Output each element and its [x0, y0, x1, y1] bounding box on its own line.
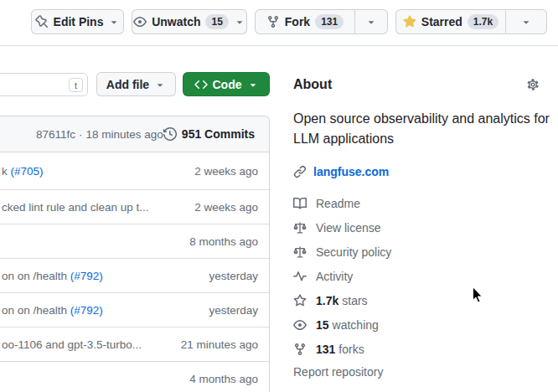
star-dropdown-button[interactable]	[505, 9, 547, 34]
latest-commit-link[interactable]: 87611fc · 18 minutes ago	[36, 128, 163, 141]
unwatch-label: Unwatch	[152, 15, 200, 28]
commit-message[interactable]: oo-1106 and gpt-3.5-turbo...	[2, 338, 142, 351]
eye-icon	[293, 318, 307, 332]
file-row[interactable]: 4 months ago	[0, 362, 269, 392]
chevron-down-icon	[154, 79, 166, 90]
fork-label: Fork	[285, 15, 310, 28]
starred-label: Starred	[421, 15, 462, 28]
about-title: About	[293, 77, 332, 92]
about-links: Readme View license Security policy Acti…	[293, 191, 550, 361]
repo-action-bar: Edit Pins Unwatch 15 Fork 131 Starred 1.…	[0, 0, 558, 46]
law-icon	[293, 245, 307, 259]
fork-icon	[293, 343, 307, 356]
chevron-down-icon	[108, 16, 120, 28]
keyboard-shortcut-hint: t	[69, 78, 83, 92]
about-sidebar: About Open source observability and anal…	[293, 70, 550, 379]
add-file-label: Add file	[106, 78, 149, 91]
edit-pins-button[interactable]: Edit Pins	[31, 9, 124, 34]
commit-age: 4 months ago	[189, 373, 258, 385]
commit-time: 18 minutes ago	[86, 128, 163, 141]
eye-icon	[133, 15, 147, 28]
star-button-group: Starred 1.7k	[395, 9, 547, 34]
file-row[interactable]: on on /health (#792) yesterday	[0, 293, 269, 328]
stars-link[interactable]: 1.7k stars	[293, 288, 550, 312]
pin-icon	[35, 15, 49, 28]
website-link[interactable]: langfuse.com	[313, 165, 389, 178]
fork-dropdown-button[interactable]	[354, 9, 388, 34]
law-icon	[293, 221, 307, 235]
pr-link[interactable]: (#792)	[70, 304, 103, 317]
commit-message[interactable]: cked lint rule and clean up t...	[2, 201, 149, 214]
starred-button[interactable]: Starred 1.7k	[395, 9, 505, 34]
unwatch-button[interactable]: Unwatch 15	[132, 9, 247, 34]
chevron-down-icon	[234, 16, 245, 28]
history-icon	[163, 127, 177, 141]
watching-link[interactable]: 15 watching	[293, 312, 550, 337]
code-icon	[194, 78, 208, 91]
commits-count-label: 951 Commits	[182, 127, 255, 141]
file-tree-table: 87611fc · 18 minutes ago 951 Commits k (…	[0, 116, 270, 392]
stars-count-badge: 1.7k	[468, 14, 499, 29]
repo-description: Open source observability and analytics …	[293, 109, 550, 149]
commit-hash[interactable]: 87611fc	[36, 128, 75, 141]
watchers-count-badge: 15	[205, 14, 228, 29]
link-icon	[293, 165, 307, 178]
forks-count-badge: 131	[315, 14, 344, 29]
gear-icon[interactable]	[526, 78, 540, 91]
report-repository-link[interactable]: Report repository	[293, 365, 550, 379]
file-row[interactable]: k (#705) 2 weeks ago	[0, 152, 269, 190]
website-row[interactable]: langfuse.com	[293, 165, 550, 178]
stars-count: 1.7k	[316, 294, 338, 307]
commit-history-link[interactable]: 951 Commits	[163, 127, 255, 141]
book-icon	[293, 197, 307, 210]
latest-commit-bar: 87611fc · 18 minutes ago 951 Commits	[0, 116, 269, 152]
commit-age: 2 weeks ago	[194, 201, 258, 214]
security-policy-link[interactable]: Security policy	[293, 240, 550, 264]
commit-age: 8 months ago	[189, 235, 258, 248]
pulse-icon	[293, 270, 307, 283]
code-button[interactable]: Code	[183, 72, 270, 96]
chevron-down-icon	[365, 16, 377, 28]
fork-icon	[266, 15, 280, 28]
file-row[interactable]: oo-1106 and gpt-3.5-turbo... 21 minutes …	[0, 328, 269, 362]
commit-separator: ·	[79, 128, 83, 141]
file-row[interactable]: on on /health (#792) yesterday	[0, 259, 269, 293]
chevron-down-icon	[520, 16, 532, 28]
file-row[interactable]: cked lint rule and clean up t... 2 weeks…	[0, 190, 269, 224]
fork-button[interactable]: Fork 131	[255, 9, 354, 34]
forks-count: 131	[316, 343, 335, 356]
file-row[interactable]: 8 months ago	[0, 224, 269, 259]
commit-message[interactable]: k (#705)	[2, 165, 44, 178]
code-label: Code	[213, 78, 242, 91]
pr-link[interactable]: (#705)	[11, 165, 44, 178]
commit-message[interactable]: on on /health (#792)	[2, 270, 103, 282]
edit-pins-label: Edit Pins	[54, 15, 104, 28]
license-link[interactable]: View license	[293, 215, 550, 240]
star-filled-icon	[403, 15, 416, 28]
commit-message[interactable]: on on /health (#792)	[2, 304, 103, 317]
add-file-button[interactable]: Add file	[96, 72, 176, 96]
star-icon	[293, 294, 307, 307]
fork-button-group: Fork 131	[255, 9, 388, 34]
commit-age: 21 minutes ago	[181, 338, 258, 351]
commit-age: 2 weeks ago	[194, 165, 258, 178]
chevron-down-icon	[247, 79, 259, 90]
pr-link[interactable]: (#792)	[70, 270, 103, 282]
forks-link[interactable]: 131 forks	[293, 337, 550, 361]
commit-age: yesterday	[209, 270, 258, 282]
commit-age: yesterday	[209, 304, 258, 317]
activity-link[interactable]: Activity	[293, 264, 550, 288]
watching-count: 15	[316, 318, 329, 332]
readme-link[interactable]: Readme	[293, 191, 550, 215]
